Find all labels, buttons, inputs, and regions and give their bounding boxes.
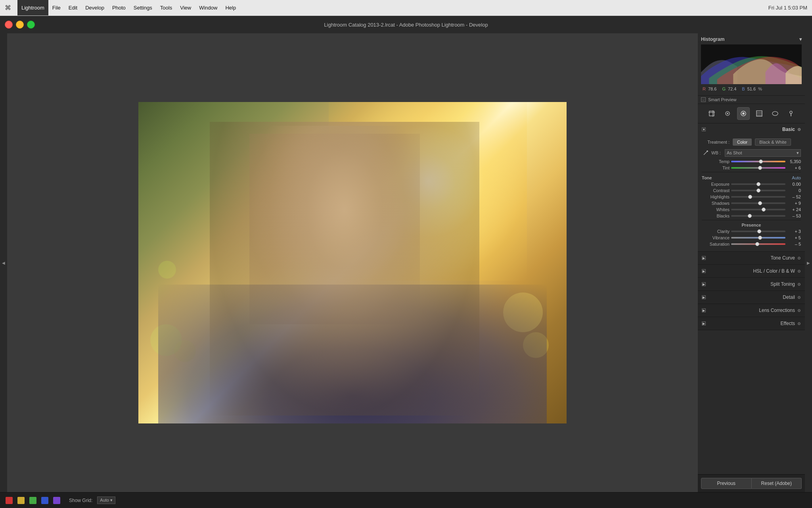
tone-auto-btn[interactable]: Auto	[792, 175, 801, 180]
b-value: 51.6	[747, 87, 756, 91]
tone-curve-header[interactable]: ▶ Tone Curve ⚙	[698, 252, 805, 264]
menu-view[interactable]: View	[176, 0, 195, 15]
grid-select[interactable]: Auto ▾	[97, 496, 115, 504]
wb-label: WB :	[711, 150, 723, 155]
whites-thumb[interactable]	[762, 208, 766, 212]
detail-header[interactable]: ▶ Detail ⚙	[698, 291, 805, 304]
color-treatment-btn[interactable]: Color	[733, 139, 752, 146]
clarity-slider[interactable]	[731, 231, 785, 232]
highlights-slider[interactable]	[731, 196, 785, 198]
menu-tools[interactable]: Tools	[156, 0, 176, 15]
effects-arrow: ⚙	[797, 321, 801, 326]
hsl-header[interactable]: ▶ HSL / Color / B & W ⚙	[698, 265, 805, 277]
gradient-filter-tool[interactable]	[753, 107, 766, 120]
yellow-swatch[interactable]	[17, 497, 25, 504]
crop-tool[interactable]	[705, 107, 718, 120]
smart-preview-checkbox[interactable]: –	[701, 97, 706, 102]
detail-arrow: ⚙	[797, 295, 801, 300]
basic-section-arrow: ⚙	[797, 127, 801, 132]
contrast-slider[interactable]	[731, 190, 785, 191]
contrast-value: 0	[787, 188, 801, 193]
left-panel-toggle[interactable]: ◀	[0, 33, 7, 492]
blacks-label: Blacks	[702, 214, 730, 218]
blacks-thumb[interactable]	[748, 214, 752, 218]
split-toning-panel: ▶ Split Toning ⚙	[698, 278, 805, 291]
menu-window[interactable]: Window	[195, 0, 221, 15]
menu-help[interactable]: Help	[221, 0, 240, 15]
exposure-slider[interactable]	[731, 183, 785, 185]
shadows-slider[interactable]	[731, 202, 785, 204]
panel-bottom-buttons: Previous Reset (Adobe)	[698, 474, 805, 492]
vibrance-slider-row: Vibrance + 5	[702, 235, 801, 240]
minimize-button[interactable]	[16, 21, 24, 29]
saturation-slider-row: Saturation – 5	[702, 242, 801, 246]
contrast-label: Contrast	[702, 188, 730, 193]
right-edge-toggle[interactable]: ▶	[805, 33, 812, 492]
basic-toggle[interactable]: ▾	[702, 127, 706, 131]
spot-heal-tool[interactable]	[721, 107, 734, 120]
vibrance-slider[interactable]	[731, 237, 785, 239]
maximize-button[interactable]	[27, 21, 35, 29]
temp-thumb[interactable]	[759, 160, 763, 164]
histogram-arrow[interactable]: ▾	[799, 37, 802, 42]
red-swatch[interactable]	[6, 497, 13, 504]
shadows-thumb[interactable]	[758, 201, 762, 205]
menu-lightroom[interactable]: Lightroom	[17, 0, 48, 15]
tint-slider[interactable]	[731, 167, 785, 169]
redeye-tool[interactable]	[737, 107, 750, 120]
wb-arrow-icon: ▾	[797, 150, 799, 156]
basic-section-header[interactable]: ▾ Basic ⚙	[698, 123, 805, 135]
svg-point-4	[727, 113, 728, 114]
wb-dropdown[interactable]: As Shot ▾	[725, 149, 801, 157]
clarity-thumb[interactable]	[757, 229, 761, 233]
bw-treatment-btn[interactable]: Black & White	[755, 139, 791, 146]
whites-value: + 24	[787, 207, 801, 212]
previous-button[interactable]: Previous	[701, 478, 752, 489]
tint-thumb[interactable]	[758, 166, 762, 170]
blue-swatch[interactable]	[41, 497, 48, 504]
effects-header[interactable]: ▶ Effects ⚙	[698, 317, 805, 330]
saturation-thumb[interactable]	[755, 242, 759, 246]
vibrance-thumb[interactable]	[758, 236, 762, 240]
close-button[interactable]	[5, 21, 13, 29]
hsl-toggle[interactable]: ▶	[702, 269, 706, 273]
tone-curve-toggle[interactable]: ▶	[702, 256, 706, 260]
menu-file[interactable]: File	[48, 0, 65, 15]
right-panel: Histogram ▾	[698, 33, 805, 492]
histogram-svg	[701, 44, 802, 84]
menu-edit[interactable]: Edit	[65, 0, 81, 15]
exposure-label: Exposure	[702, 182, 730, 187]
saturation-slider[interactable]	[731, 243, 785, 245]
menu-develop[interactable]: Develop	[81, 0, 108, 15]
menu-settings[interactable]: Settings	[130, 0, 156, 15]
effects-toggle[interactable]: ▶	[702, 321, 706, 325]
detail-toggle[interactable]: ▶	[702, 295, 706, 299]
highlights-thumb[interactable]	[748, 195, 752, 199]
reset-button[interactable]: Reset (Adobe)	[752, 478, 802, 489]
menu-photo[interactable]: Photo	[108, 0, 130, 15]
adjustment-brush-tool[interactable]	[785, 107, 797, 120]
exposure-thumb[interactable]	[756, 182, 760, 186]
blacks-slider[interactable]	[731, 215, 785, 217]
green-swatch[interactable]	[29, 497, 36, 504]
wb-eyedropper-tool[interactable]	[702, 149, 710, 157]
panel-scroll[interactable]: ▾ Basic ⚙ Treatment : Color Black & Whit…	[698, 123, 805, 474]
effects-label: Effects	[709, 321, 795, 326]
purple-swatch[interactable]	[53, 497, 60, 504]
lens-corrections-label: Lens Corrections	[709, 308, 795, 313]
contrast-thumb[interactable]	[756, 189, 760, 192]
lens-corrections-header[interactable]: ▶ Lens Corrections ⚙	[698, 304, 805, 317]
contrast-slider-row: Contrast 0	[702, 188, 801, 193]
temp-slider[interactable]	[731, 161, 785, 162]
radial-filter-tool[interactable]	[769, 107, 781, 120]
g-value: 72.4	[728, 87, 736, 91]
lens-corrections-toggle[interactable]: ▶	[702, 308, 706, 312]
svg-line-14	[704, 152, 707, 155]
traffic-lights	[5, 21, 35, 29]
clarity-value: + 3	[787, 229, 801, 234]
saturation-label: Saturation	[702, 242, 730, 246]
split-toning-toggle[interactable]: ▶	[702, 282, 706, 286]
whites-slider[interactable]	[731, 209, 785, 210]
menubar: ⌘ Lightroom File Edit Develop Photo Sett…	[0, 0, 812, 16]
split-toning-header[interactable]: ▶ Split Toning ⚙	[698, 278, 805, 291]
